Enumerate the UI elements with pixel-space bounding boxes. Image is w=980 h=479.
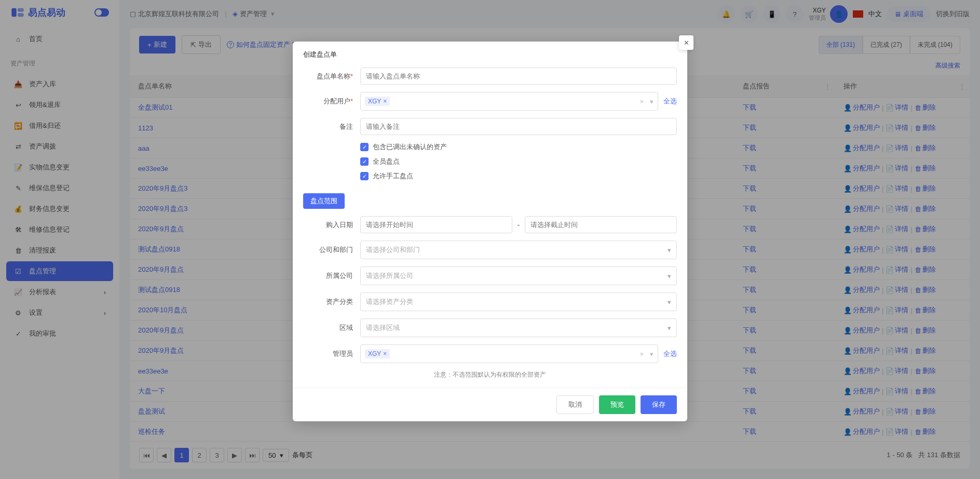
modal-title: 创建盘点单 [293,42,687,65]
remark-input[interactable] [360,118,677,135]
chevron-down-icon: ▾ [668,272,671,280]
remove-tag-icon[interactable]: × [383,350,387,357]
name-input[interactable] [360,68,677,85]
preview-button[interactable]: 预览 [599,395,635,414]
chevron-down-icon: ▾ [668,298,671,306]
area-select[interactable]: 请选择区域▾ [360,318,677,337]
company-select[interactable]: 请选择所属公司▾ [360,267,677,285]
save-button[interactable]: 保存 [641,395,677,414]
manual-checkbox[interactable]: ✓ [360,172,369,180]
admin-input[interactable]: XGY× × ▾ [360,344,658,363]
dept-select[interactable]: 请选择公司和部门▾ [360,241,677,259]
chevron-down-icon: ▾ [668,246,671,254]
assign-user-input[interactable]: XGY× × ▾ [360,92,658,111]
chevron-down-icon[interactable]: ▾ [650,350,654,358]
remove-tag-icon[interactable]: × [383,98,387,105]
category-select[interactable]: 请选择资产分类▾ [360,292,677,311]
scope-section-label: 盘点范围 [303,193,345,209]
date-start-input[interactable] [360,216,512,233]
user-tag[interactable]: XGY× [365,97,390,106]
create-inventory-modal: ✕ 创建盘点单 盘点单名称* 分配用户* XGY× × ▾ [293,42,687,421]
user-tag[interactable]: XGY× [365,349,390,358]
scope-note: 注意：不选范围默认为有权限的全部资产 [303,370,677,379]
date-end-input[interactable] [525,216,677,233]
select-all-link[interactable]: 全选 [663,349,677,358]
close-button[interactable]: ✕ [679,35,693,50]
chevron-down-icon[interactable]: ▾ [650,98,654,105]
cancel-button[interactable]: 取消 [556,395,594,414]
include-transfer-checkbox[interactable]: ✓ [360,143,369,151]
clear-icon[interactable]: × [639,350,644,358]
modal-overlay: ✕ 创建盘点单 盘点单名称* 分配用户* XGY× × ▾ [0,0,980,479]
all-staff-checkbox[interactable]: ✓ [360,157,369,166]
select-all-link[interactable]: 全选 [663,97,677,106]
clear-icon[interactable]: × [639,98,644,105]
chevron-down-icon: ▾ [668,324,671,332]
